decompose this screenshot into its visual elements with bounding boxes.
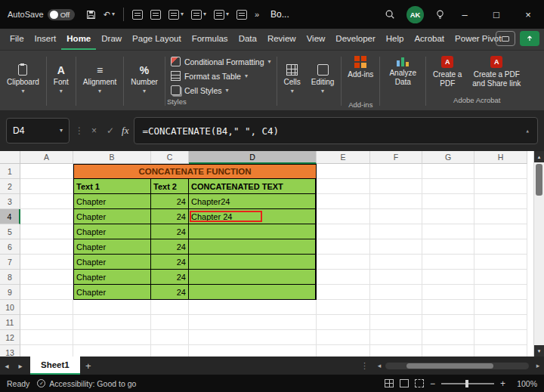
cell-c4[interactable]: 24	[151, 209, 189, 224]
col-header-b[interactable]: B	[73, 151, 151, 164]
cell[interactable]	[422, 194, 474, 209]
refresh-button[interactable]	[233, 3, 251, 26]
conditional-formatting-button[interactable]: Conditional Formatting ▾	[167, 54, 275, 69]
close-button[interactable]: ×	[512, 0, 544, 29]
expand-formula-bar-icon[interactable]: ▴	[526, 127, 530, 134]
tab-draw[interactable]: Draw	[96, 29, 127, 50]
vertical-scrollbar[interactable]: ▴ ▾	[533, 151, 544, 357]
cancel-entry-button[interactable]: ×	[89, 125, 99, 136]
alerts-button[interactable]	[431, 3, 449, 26]
tab-page-layout[interactable]: Page Layout	[127, 29, 187, 50]
cell-b1-title[interactable]: CONCATENATE FUNCTION	[73, 164, 317, 179]
cell-b6[interactable]: Chapter	[73, 239, 151, 255]
cell[interactable]	[370, 330, 422, 345]
cell[interactable]	[73, 330, 151, 345]
tab-home[interactable]: Home	[61, 29, 96, 50]
cell[interactable]	[422, 209, 474, 224]
select-all-corner[interactable]	[0, 151, 20, 164]
cell[interactable]	[317, 239, 370, 255]
row-header-6[interactable]: 6	[0, 239, 20, 255]
cell-c6[interactable]: 24	[151, 239, 189, 255]
format-as-table-button[interactable]: Format as Table ▾	[167, 69, 275, 83]
cell[interactable]	[422, 300, 474, 315]
cell-b9[interactable]: Chapter	[73, 285, 151, 300]
vertical-scrollbar-thumb[interactable]	[536, 164, 542, 196]
cell-d8[interactable]	[189, 270, 317, 285]
cell[interactable]	[317, 345, 370, 357]
undo-button[interactable]: ↶ ▾	[100, 3, 119, 26]
cell-b3[interactable]: Chapter	[73, 194, 151, 209]
cell-c7[interactable]: 24	[151, 255, 189, 270]
search-button[interactable]	[381, 3, 399, 26]
page-break-view-icon[interactable]	[415, 379, 424, 387]
col-header-g[interactable]: G	[422, 151, 474, 164]
cell[interactable]	[20, 345, 73, 357]
row-header-2[interactable]: 2	[0, 179, 20, 194]
cell[interactable]	[317, 224, 370, 239]
cell-b5[interactable]: Chapter	[73, 224, 151, 239]
cell-a3[interactable]	[20, 194, 73, 209]
col-header-c[interactable]: C	[151, 151, 189, 164]
cell-d6[interactable]	[189, 239, 317, 255]
insert-chart-button[interactable]: ▾	[210, 3, 233, 26]
zoom-out-button[interactable]: −	[430, 378, 435, 389]
cell[interactable]	[20, 315, 73, 330]
tab-data[interactable]: Data	[233, 29, 262, 50]
cell[interactable]	[422, 270, 474, 285]
sheet-tab-sheet1[interactable]: Sheet1	[30, 357, 80, 375]
zoom-slider[interactable]	[441, 383, 494, 384]
tab-file[interactable]: File	[5, 29, 29, 50]
cell[interactable]	[73, 315, 151, 330]
cell[interactable]	[474, 224, 527, 239]
cell-d2[interactable]: CONCATENATED TEXT	[189, 179, 317, 194]
row-header-13[interactable]: 13	[0, 345, 20, 357]
cell-a8[interactable]	[20, 270, 73, 285]
insert-table-button[interactable]: ▾	[187, 3, 210, 26]
tab-help[interactable]: Help	[381, 29, 410, 50]
cell-d7[interactable]	[189, 255, 317, 270]
next-sheet-icon[interactable]: ▸	[14, 362, 27, 370]
horizontal-scrollbar[interactable]	[385, 363, 529, 369]
clipboard-group-button[interactable]: Clipboard ▾	[2, 52, 45, 106]
cell-d5[interactable]	[189, 224, 317, 239]
col-header-h[interactable]: H	[474, 151, 527, 164]
drag-handle-icon[interactable]: ⋮	[75, 125, 84, 136]
font-group-button[interactable]: A Font ▾	[48, 52, 74, 106]
cell[interactable]	[370, 285, 422, 300]
cell-d4-active[interactable]: Chapter 24	[189, 209, 317, 224]
cell[interactable]	[422, 239, 474, 255]
cell[interactable]	[422, 255, 474, 270]
cell[interactable]	[317, 315, 370, 330]
copy-button[interactable]	[128, 3, 147, 26]
hscroll-left-icon[interactable]: ◂	[373, 362, 385, 369]
cell-b7[interactable]: Chapter	[73, 255, 151, 270]
share-button[interactable]	[520, 31, 539, 46]
tab-insert[interactable]: Insert	[29, 29, 62, 50]
cell[interactable]	[474, 330, 527, 345]
analyze-data-button[interactable]: Analyze Data	[382, 52, 424, 86]
cell[interactable]	[422, 345, 474, 357]
cell-a6[interactable]	[20, 239, 73, 255]
row-header-1[interactable]: 1	[0, 164, 20, 179]
minimize-button[interactable]: –	[449, 0, 481, 29]
cell[interactable]	[370, 179, 422, 194]
cell[interactable]	[474, 179, 527, 194]
cell[interactable]	[422, 285, 474, 300]
cell[interactable]	[422, 164, 474, 179]
cell[interactable]	[189, 345, 317, 357]
tab-review[interactable]: Review	[262, 29, 301, 50]
cell[interactable]	[317, 164, 370, 179]
editing-group-button[interactable]: Editing ▾	[306, 52, 340, 106]
col-header-a[interactable]: A	[20, 151, 73, 164]
cell-a4[interactable]	[20, 209, 73, 224]
cell[interactable]	[73, 300, 151, 315]
cell[interactable]	[422, 224, 474, 239]
cell[interactable]	[370, 194, 422, 209]
cut-button[interactable]	[147, 3, 165, 26]
cell[interactable]	[317, 270, 370, 285]
cell-c9[interactable]: 24	[151, 285, 189, 300]
cell[interactable]	[370, 164, 422, 179]
cell-b2[interactable]: Text 1	[73, 179, 151, 194]
col-header-d[interactable]: D	[189, 151, 317, 164]
cell-a9[interactable]	[20, 285, 73, 300]
